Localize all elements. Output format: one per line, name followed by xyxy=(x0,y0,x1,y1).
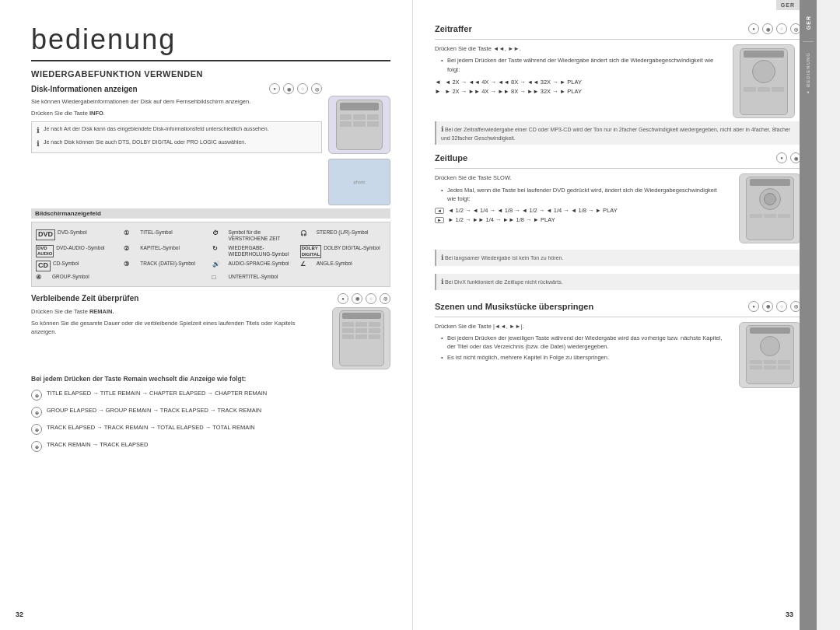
bildschirm-content: DVD DVD-Symbol ① TITEL-Symbol ⏱ Symbol f… xyxy=(31,222,390,287)
seq-icon-3: ⊕ xyxy=(31,424,42,435)
v-icon2: ◉ xyxy=(352,293,362,304)
zeitraffer-title: Zeitraffer ● ◉ ○ ◎ xyxy=(435,23,801,34)
szenen-title: Szenen und Musikstücke überspringen ● ◉ … xyxy=(435,301,801,312)
bildschirm-title: Bildschirmanzeigefeld xyxy=(31,208,390,219)
sym-angle: ∠ ANGLE-Symbol xyxy=(300,261,386,271)
page-container: bedienung WIEDERGABEFUNKTION VERWENDEN D… xyxy=(0,0,840,630)
sym-stereo: 🎧 STEREO (L/R)-Symbol xyxy=(300,229,386,243)
seq-text-2: GROUP ELAPSED → GROUP REMAIN → TRACK ELA… xyxy=(47,406,261,415)
disk-info-note1: Drücken Sie die Taste INFO. xyxy=(31,109,322,117)
disk-info-section: Disk-Informationen anzeigen ● ◉ ○ ◎ Sie … xyxy=(31,83,390,205)
remote-image-1 xyxy=(328,96,390,154)
sym-kapitel: ② KAPITEL-Symbol xyxy=(124,245,209,259)
remote-zeitlupe xyxy=(739,173,801,243)
zeitlupe-bullet1: Jedes Mal, wenn die Taste bei laufender … xyxy=(441,186,726,204)
zeitraffer-formulas: ◄ ◄ 2X → ◄◄ 4X → ◄◄ 8X → ◄◄ 32X → ► PLAY… xyxy=(435,79,720,95)
slow-formula-2: ► ► 1/2 → ►► 1/4 → ►► 1/8 → ► PLAY xyxy=(435,216,726,223)
zeitlupe-note1: ℹ Bei langsamer Wiedergabe ist kein Ton … xyxy=(435,250,801,266)
szenen-bullet2: Es ist nicht möglich, mehrere Kapitel in… xyxy=(441,353,726,362)
zeitraffer-text: Drücken Sie die Taste ◄◄, ►►. Bei jedem … xyxy=(435,44,720,97)
icon3: ○ xyxy=(297,83,308,94)
sym-dvd: DVD DVD-Symbol xyxy=(36,229,121,243)
zeitraffer-note: ℹ Bei der Zeitrafferwiedergabe einer CD … xyxy=(435,121,801,145)
bildschirm-section: Bildschirmanzeigefeld DVD DVD-Symbol ① T… xyxy=(31,208,390,287)
right-page: GER GER ● BEDIENUNG Zeitraffer ● ◉ ○ ◎ D xyxy=(412,0,817,630)
seq-row-4: ⊕ TRACK REMAIN → TRACK ELAPSED xyxy=(31,439,390,453)
symbol-grid: DVD DVD-Symbol ① TITEL-Symbol ⏱ Symbol f… xyxy=(36,229,386,282)
szenen-body: Drücken Sie die Taste |◄◄, ►►|. xyxy=(435,322,726,331)
main-title: bedienung xyxy=(31,23,390,61)
icon2: ◉ xyxy=(283,83,294,94)
zt-icon2: ◉ xyxy=(762,23,773,34)
szenen-content: Drücken Sie die Taste |◄◄, ►►|. Bei jede… xyxy=(435,322,801,388)
sz-icon2: ◉ xyxy=(762,301,773,312)
sequences-list: ⊕ TITLE ELAPSED → TITLE REMAIN → CHAPTER… xyxy=(31,387,390,453)
remote-image-2 xyxy=(332,307,390,369)
verbleibende-icons: ● ◉ ○ ◎ xyxy=(338,293,390,304)
zeitlupe-notes: ℹ Bei langsamer Wiedergabe ist kein Ton … xyxy=(435,247,801,292)
disk-info-box1: ℹ Je nach Art der Disk kann das eingeble… xyxy=(31,121,322,153)
verbleibende-section: Verbleibende Zeit überprüfen ● ◉ ○ ◎ Drü… xyxy=(31,293,390,369)
zeitlupe-note2: ℹ Bei DivX funktioniert die Zeitlupe nic… xyxy=(435,274,801,290)
v-icon3: ○ xyxy=(366,293,376,304)
zeitlupe-formulas: ◄ ◄ 1/2 → ◄ 1/4 → ◄ 1/8 → ◄ 1/2 → ◄ 1/4 … xyxy=(435,207,726,223)
page-number-right: 33 xyxy=(786,611,793,618)
page-number-left: 32 xyxy=(16,611,23,618)
side-tab-ger: GER xyxy=(806,16,811,30)
sym-wiederholung: ↻ WIEDERGABE-WIEDERHOLUNG-Symbol xyxy=(212,245,298,259)
sym-group: ④ GROUP-Symbol xyxy=(36,274,121,282)
disk-info-icons: ● ◉ ○ ◎ xyxy=(269,83,322,94)
zeitraffer-content: Drücken Sie die Taste ◄◄, ►►. Bei jedem … xyxy=(435,44,801,118)
szenen-section: Szenen und Musikstücke überspringen ● ◉ … xyxy=(435,301,801,388)
seq-row-2: ⊕ GROUP ELAPSED → GROUP REMAIN → TRACK E… xyxy=(31,404,390,419)
zeitlupe-icons: ● ◉ xyxy=(776,152,801,163)
verbleibende-body: So können Sie die gesamte Dauer oder die… xyxy=(31,319,321,337)
zeitraffer-body: Drücken Sie die Taste ◄◄, ►►. xyxy=(435,44,720,53)
side-tab-bedienung: ● BEDIENUNG xyxy=(806,52,810,95)
seq-icon-4: ⊕ xyxy=(31,441,42,452)
sym-cd: CD CD-Symbol xyxy=(36,261,121,271)
seq-icon-2: ⊕ xyxy=(31,407,42,418)
zeitraffer-bullet1: Bei jedem Drücken der Taste während der … xyxy=(441,56,720,74)
icon4: ◎ xyxy=(311,83,322,94)
verbleibende-content: Drücken Sie die Taste REMAIN. So können … xyxy=(31,307,390,369)
sequences-title: Bei jedem Drücken der Taste Remain wechs… xyxy=(31,374,390,384)
side-tab-divider xyxy=(803,41,814,42)
ger-tab: GER xyxy=(776,0,800,10)
left-page: bedienung WIEDERGABEFUNKTION VERWENDEN D… xyxy=(0,0,412,630)
sz-icon3: ○ xyxy=(776,301,787,312)
sym-dolby: DOLBYDIGITAL DOLBY DIGITAL-Symbol xyxy=(300,245,386,259)
zt-icon1: ● xyxy=(748,23,759,34)
verbleibende-text: Drücken Sie die Taste REMAIN. So können … xyxy=(31,307,321,340)
icon1: ● xyxy=(269,83,280,94)
zeitraffer-bullets: Bei jedem Drücken der Taste während der … xyxy=(441,56,720,74)
seq-text-4: TRACK REMAIN → TRACK ELAPSED xyxy=(47,440,148,449)
side-tab: GER ● BEDIENUNG xyxy=(800,0,817,630)
zeitraffer-icons: ● ◉ ○ ◎ xyxy=(748,23,801,34)
photo-image: photo xyxy=(328,159,390,205)
szenen-icons: ● ◉ ○ ◎ xyxy=(748,301,801,312)
disk-info-title: Disk-Informationen anzeigen ● ◉ ○ ◎ xyxy=(31,83,322,94)
sz-icon1: ● xyxy=(748,301,759,312)
disk-info-content: Disk-Informationen anzeigen ● ◉ ○ ◎ Sie … xyxy=(31,83,322,156)
disk-info-body: Sie können Wiedergabeinformationen der D… xyxy=(31,97,322,106)
zeitraffer-hr xyxy=(435,39,801,40)
v-icon1: ● xyxy=(338,293,348,304)
formula-row-2: ► ► 2X → ►► 4X → ►► 8X → ►► 32X → ► PLAY xyxy=(435,88,720,95)
sym-audio-sprache: 🔊 AUDIO-SPRACHE-Symbol xyxy=(212,261,298,271)
zeitlupe-content: Drücken Sie die Taste SLOW. Jedes Mal, w… xyxy=(435,173,801,243)
szenen-bullet1: Bei jedem Drücken der jeweiligen Taste w… xyxy=(441,334,726,352)
seq-row-1: ⊕ TITLE ELAPSED → TITLE REMAIN → CHAPTER… xyxy=(31,387,390,402)
zeitlupe-section: Zeitlupe ● ◉ Drücken Sie die Taste SLOW.… xyxy=(435,152,801,292)
seq-icon-1: ⊕ xyxy=(31,390,42,401)
zt-icon3: ○ xyxy=(776,23,787,34)
sym-titel: ① TITEL-Symbol xyxy=(124,229,209,243)
sym-dvd-audio: DVDAUDIO DVD-AUDIO -Symbol xyxy=(36,245,121,259)
zeitlupe-hr xyxy=(435,168,801,169)
section-header: WIEDERGABEFUNKTION VERWENDEN xyxy=(31,69,390,79)
zl-icon1: ● xyxy=(776,152,787,163)
v-icon4: ◎ xyxy=(380,293,390,304)
seq-row-3: ⊕ TRACK ELAPSED → TRACK REMAIN → TOTAL E… xyxy=(31,422,390,436)
szenen-hr xyxy=(435,317,801,317)
sym-untertitel: □ UNTERTITEL-Symbol xyxy=(212,274,298,282)
